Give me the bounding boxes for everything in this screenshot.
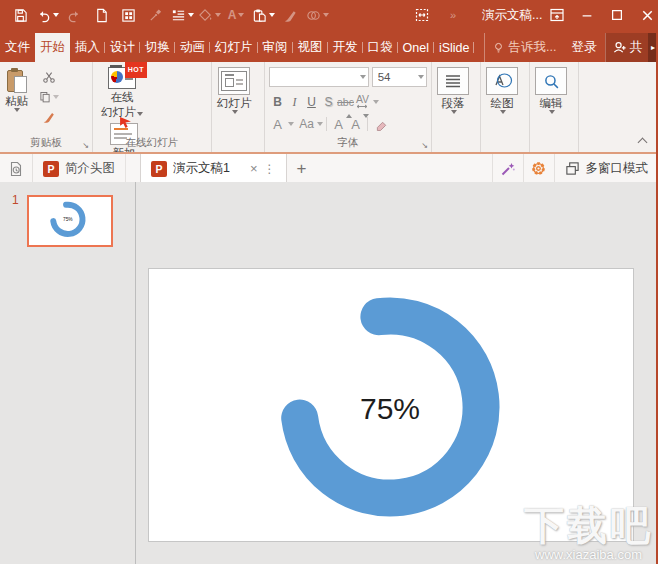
tab-view[interactable]: 视图 [293, 33, 328, 62]
eyedropper-icon[interactable] [143, 3, 167, 27]
new-slide-button[interactable]: 幻灯片 [214, 65, 255, 116]
gear-icon[interactable] [523, 154, 554, 183]
text-shadow-button[interactable]: S [320, 93, 337, 111]
share-button[interactable]: 共 [605, 33, 649, 62]
thumbnail-doughnut-chart: 75% [29, 197, 107, 241]
tab-design[interactable]: 设计 [105, 33, 140, 62]
tell-me-button[interactable]: 告诉我... [484, 33, 564, 62]
paragraph-caret[interactable] [451, 110, 457, 114]
document-tab-presentation1[interactable]: P 演示文稿1 × ⋮ [140, 154, 287, 183]
paste-dropdown-caret[interactable] [14, 108, 20, 112]
online-slides-caret[interactable] [137, 112, 143, 116]
strikethrough-button[interactable]: abc [337, 93, 354, 111]
new-tab-button[interactable]: + [287, 154, 317, 183]
undo-button[interactable] [35, 3, 59, 27]
paste-icon[interactable] [251, 3, 275, 27]
merge-shapes-icon[interactable] [305, 3, 329, 27]
font-color-icon[interactable]: A [224, 3, 248, 27]
italic-button[interactable]: I [286, 93, 303, 111]
font-color-caret[interactable] [238, 13, 244, 17]
editing-button[interactable]: 编辑 [532, 65, 570, 116]
fill-color-caret[interactable] [215, 13, 221, 17]
tab-pocket[interactable]: 口袋 [363, 33, 398, 62]
magic-wand-icon[interactable] [492, 154, 523, 183]
font-name-combo[interactable] [269, 67, 369, 87]
tab-menu-icon[interactable]: ⋮ [264, 162, 276, 176]
font-size-combo[interactable] [372, 67, 427, 87]
drawing-caret[interactable] [500, 110, 506, 114]
paragraph-button[interactable]: 段落 [434, 65, 472, 116]
minimize-icon[interactable] [572, 0, 602, 30]
tab-animations[interactable]: 动画 [175, 33, 210, 62]
change-case-caret[interactable] [317, 122, 323, 126]
underline-button[interactable]: U [303, 93, 320, 111]
font-size-input[interactable] [375, 70, 416, 84]
close-tab-icon[interactable]: × [250, 161, 258, 176]
tab-home[interactable]: 开始 [35, 33, 70, 62]
new-document-icon[interactable] [89, 3, 113, 27]
copy-caret[interactable] [53, 95, 59, 99]
maximize-icon[interactable] [602, 0, 632, 30]
fit-to-window-icon[interactable] [410, 3, 434, 27]
tab-transitions[interactable]: 切换 [140, 33, 175, 62]
drawing-button[interactable]: 绘图 [483, 65, 521, 116]
character-spacing-button[interactable]: AV [354, 93, 371, 111]
online-slides-button[interactable]: HOT 在线 幻灯片 [95, 65, 149, 121]
font-color-button[interactable]: A [269, 115, 286, 133]
spacing-caret[interactable] [373, 100, 379, 104]
application-window: A [0, 0, 658, 564]
editing-caret[interactable] [549, 110, 555, 114]
ribbon-display-options-icon[interactable] [542, 0, 572, 30]
paste-caret[interactable] [269, 13, 275, 17]
powerpoint-file-icon: P [43, 161, 59, 177]
multi-window-mode-button[interactable]: 多窗口模式 [554, 154, 658, 183]
panel-divider[interactable] [135, 182, 136, 564]
clipboard-icon [7, 69, 27, 93]
doughnut-progress-chart[interactable]: 75% [149, 269, 633, 541]
slide-sorter-icon[interactable] [116, 3, 140, 27]
font-name-caret[interactable] [360, 75, 366, 79]
outline-indent-icon[interactable] [170, 3, 194, 27]
tab-islide[interactable]: iSlide [434, 33, 475, 62]
clipboard-dialog-launcher[interactable]: ↘ [82, 141, 89, 150]
tab-insert[interactable]: 插入 [70, 33, 105, 62]
grow-font-button[interactable]: A [330, 115, 347, 133]
shrink-font-button[interactable]: A [347, 115, 364, 133]
font-name-input[interactable] [272, 70, 358, 84]
new-slide-caret[interactable] [232, 110, 238, 114]
close-icon[interactable] [632, 0, 658, 30]
tab-developer[interactable]: 开发 [328, 33, 363, 62]
font-size-caret[interactable] [418, 75, 424, 79]
slide-canvas[interactable]: 75% [148, 268, 634, 542]
fill-color-icon[interactable] [197, 3, 221, 27]
bold-button[interactable]: B [269, 93, 286, 111]
undo-dropdown-caret[interactable] [53, 13, 59, 17]
format-brush-icon[interactable] [278, 3, 302, 27]
hot-badge: HOT [125, 62, 147, 78]
sign-in-button[interactable]: 登录 [564, 33, 605, 62]
outline-dropdown-caret[interactable] [188, 13, 194, 17]
tab-file[interactable]: 文件 [0, 33, 35, 62]
redo-icon[interactable] [62, 3, 86, 27]
change-case-button[interactable]: Aa [298, 115, 315, 133]
font-color-button-caret[interactable] [288, 122, 294, 126]
history-document-icon[interactable] [0, 154, 33, 183]
more-commands-icon[interactable]: » [441, 3, 465, 27]
tab-onekey[interactable]: Onel [398, 33, 434, 62]
save-icon[interactable] [8, 3, 32, 27]
ribbon-tab-row: 文件 开始 插入 设计 切换 动画 幻灯片 审阅 视图 开发 口袋 Onel i… [0, 30, 658, 62]
clear-formatting-button[interactable] [371, 115, 388, 133]
slide-layout-icon [218, 67, 250, 95]
font-dialog-launcher[interactable]: ↘ [421, 141, 428, 150]
collapse-ribbon-icon[interactable] [638, 138, 648, 148]
tab-review[interactable]: 审阅 [258, 33, 293, 62]
slide-thumbnail[interactable]: 75% [27, 195, 113, 247]
cut-icon[interactable] [39, 68, 59, 85]
copy-icon[interactable] [39, 88, 59, 105]
document-tab-intro[interactable]: P 简介头图 [33, 154, 126, 183]
format-painter-icon[interactable] [39, 108, 59, 125]
merge-shapes-caret[interactable] [323, 13, 329, 17]
tab-slideshow[interactable]: 幻灯片 [210, 33, 258, 62]
paste-button[interactable]: 粘贴 [2, 65, 31, 114]
font-group: B I U S abc AV A Aa [265, 62, 432, 152]
